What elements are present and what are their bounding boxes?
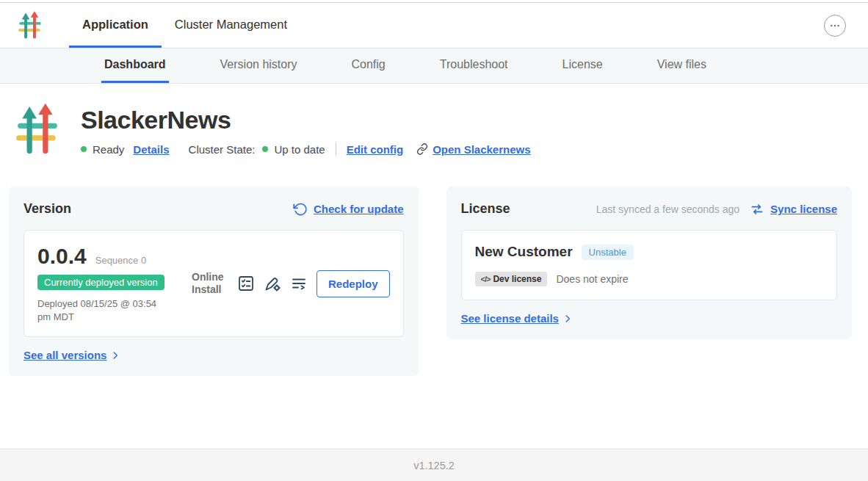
channel-badge: Unstable	[582, 245, 634, 260]
app-footer: v1.125.2	[0, 449, 868, 481]
top-navbar: Application Cluster Management	[0, 3, 868, 48]
code-icon: </>	[481, 275, 491, 283]
see-license-details: See license details	[461, 312, 837, 325]
current-version-panel: 0.0.4 Sequence 0 Currently deployed vers…	[23, 230, 404, 337]
more-options-button[interactable]	[824, 15, 846, 37]
version-card: Version Check for update	[9, 187, 419, 376]
subnav-item-license[interactable]: License	[560, 48, 606, 83]
ellipsis-icon	[829, 20, 841, 32]
sequence-label: Sequence 0	[95, 255, 146, 266]
edit-config-link[interactable]: Edit config	[347, 143, 404, 156]
check-for-update-link[interactable]: Check for update	[314, 203, 404, 215]
cluster-state-label: Cluster State:	[189, 143, 256, 156]
last-synced-text: Last synced a few seconds ago	[596, 203, 739, 215]
see-all-versions-link[interactable]: See all versions	[23, 349, 106, 361]
version-action-icons	[237, 275, 308, 292]
license-card: License Last synced a few seconds ago Sy…	[446, 187, 852, 339]
deployed-badge: Currently deployed version	[37, 275, 164, 290]
divider	[336, 142, 336, 156]
subnav-item-dashboard[interactable]: Dashboard	[101, 48, 169, 83]
subnav-item-troubleshoot[interactable]: Troubleshoot	[437, 48, 511, 83]
license-card-header: License Last synced a few seconds ago Sy…	[461, 201, 837, 217]
config-tool-icon[interactable]	[264, 275, 281, 292]
version-info: 0.0.4 Sequence 0 Currently deployed vers…	[37, 244, 192, 323]
cluster-state-text: Up to date	[274, 143, 325, 156]
subnav-item-view-files[interactable]: View files	[654, 48, 709, 83]
chevron-right-icon	[563, 314, 573, 324]
page: Application Cluster Management Dashboard…	[0, 0, 868, 481]
app-status-dot	[81, 146, 87, 152]
tab-cluster-management[interactable]: Cluster Management	[162, 3, 300, 48]
deployed-info: Deployed 08/15/25 @ 03:54 pm MDT	[37, 297, 162, 323]
page-title: SlackerNews	[81, 106, 531, 134]
open-app-link[interactable]: Open Slackernews	[433, 143, 530, 156]
customer-name: New Customer	[475, 244, 573, 260]
customer-row: New Customer Unstable	[475, 244, 823, 260]
subnav-item-config[interactable]: Config	[349, 48, 388, 83]
license-panel: New Customer Unstable </> Dev license Do…	[461, 230, 837, 300]
install-type-label: Online Install	[192, 271, 228, 297]
preflight-checklist-icon[interactable]	[237, 275, 255, 292]
app-status-text: Ready	[93, 143, 124, 156]
version-card-title: Version	[23, 201, 71, 217]
license-type-label: Dev license	[493, 274, 541, 284]
deploy-logs-icon[interactable]	[290, 275, 308, 292]
sync-license-link[interactable]: Sync license	[770, 203, 837, 215]
tab-application[interactable]: Application	[69, 3, 162, 48]
app-status-row: Ready Details Cluster State: Up to date …	[81, 142, 531, 156]
expiration-text: Does not expire	[556, 273, 628, 285]
license-type-badge: </> Dev license	[475, 272, 548, 286]
license-card-title: License	[461, 201, 510, 217]
see-all-versions: See all versions	[23, 349, 404, 361]
chevron-right-icon	[110, 350, 120, 361]
app-header: SlackerNews Ready Details Cluster State:…	[9, 103, 852, 157]
app-subnav: Dashboard Version history Config Trouble…	[0, 48, 868, 84]
link-icon	[416, 143, 428, 155]
app-icon	[15, 103, 60, 157]
slackernews-logo-icon	[18, 11, 43, 40]
dashboard-cards: Version Check for update	[9, 187, 852, 376]
see-license-details-link[interactable]: See license details	[461, 312, 559, 325]
version-number: 0.0.4	[37, 244, 87, 269]
redeploy-button[interactable]: Redeploy	[317, 270, 390, 297]
footer-version: v1.125.2	[413, 460, 455, 471]
subnav-item-version-history[interactable]: Version history	[217, 48, 300, 83]
main-content: SlackerNews Ready Details Cluster State:…	[0, 84, 868, 449]
version-card-header: Version Check for update	[23, 201, 404, 217]
primary-tabs: Application Cluster Management	[69, 3, 300, 48]
version-actions: Online Install	[192, 270, 390, 297]
refresh-ccw-icon[interactable]	[293, 202, 308, 217]
license-meta-row: </> Dev license Does not expire	[475, 272, 823, 286]
cluster-state-dot	[262, 146, 268, 152]
details-link[interactable]: Details	[133, 143, 169, 156]
sync-arrows-icon[interactable]	[750, 202, 764, 217]
